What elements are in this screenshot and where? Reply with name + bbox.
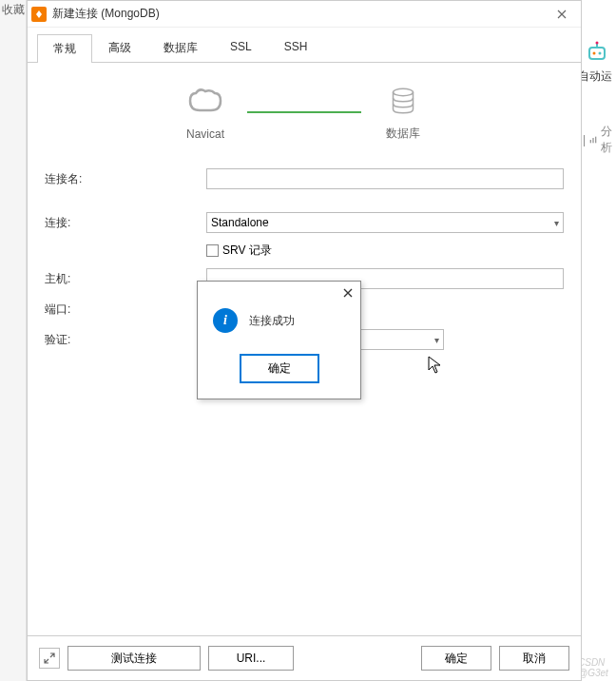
tab-ssh[interactable]: SSH [268, 33, 324, 62]
popup-message: 连接成功 [249, 313, 295, 329]
watermark: CSDN @G3et [578, 657, 612, 678]
popup-close-button[interactable] [343, 285, 353, 301]
expand-button[interactable] [39, 648, 60, 669]
auto-run-label: 自动运 [578, 68, 612, 85]
svg-point-2 [599, 52, 602, 55]
titlebar: 新建连接 (MongoDB) [28, 1, 581, 28]
tab-general[interactable]: 常规 [37, 34, 92, 63]
database-icon [380, 82, 426, 120]
info-icon: i [213, 308, 238, 333]
close-button[interactable] [547, 3, 577, 26]
svg-rect-7 [595, 137, 596, 144]
chevron-down-icon: ▾ [554, 218, 559, 228]
connection-type-value: Standalone [211, 216, 269, 229]
svg-point-1 [593, 52, 596, 55]
ok-button[interactable]: 确定 [421, 646, 491, 671]
close-icon [343, 288, 353, 298]
tabs: 常规 高级 数据库 SSL SSH [28, 28, 581, 63]
divider: | [583, 133, 586, 146]
port-label: 端口: [45, 302, 206, 318]
connection-diagram: Navicat 数据库 [39, 82, 569, 142]
bottom-bar: 测试连接 URI... 确定 取消 [28, 635, 581, 680]
connection-type-select[interactable]: Standalone ▾ [206, 212, 564, 233]
navicat-icon [183, 84, 228, 122]
svg-point-4 [596, 42, 599, 45]
connector-line [247, 111, 361, 113]
svg-point-8 [394, 88, 414, 96]
connection-type-label: 连接: [45, 215, 206, 231]
chart-icon [589, 134, 597, 146]
tab-advanced[interactable]: 高级 [92, 33, 147, 62]
uri-button[interactable]: URI... [208, 646, 294, 671]
connection-name-input[interactable] [206, 168, 564, 189]
connection-name-label: 连接名: [45, 171, 206, 187]
svg-rect-5 [590, 140, 591, 143]
srv-label: SRV 记录 [222, 243, 272, 259]
srv-checkbox[interactable] [206, 244, 219, 257]
database-label: 数据库 [386, 126, 420, 142]
success-popup: i 连接成功 确定 [197, 281, 361, 399]
popup-ok-button[interactable]: 确定 [240, 354, 319, 383]
svg-rect-6 [592, 138, 593, 143]
favorites-label: 收藏 [2, 2, 25, 18]
test-connection-button[interactable]: 测试连接 [67, 646, 201, 671]
cancel-button[interactable]: 取消 [499, 646, 569, 671]
close-icon [557, 10, 567, 19]
auth-label: 验证: [45, 332, 206, 348]
tab-ssl[interactable]: SSL [214, 33, 268, 62]
tab-database[interactable]: 数据库 [147, 33, 214, 62]
robot-icon [586, 40, 608, 63]
navicat-app-icon [31, 7, 47, 22]
expand-icon [44, 652, 55, 664]
navicat-label: Navicat [186, 127, 224, 141]
svg-rect-0 [589, 48, 605, 59]
dialog-title: 新建连接 (MongoDB) [52, 6, 547, 22]
analysis-label: 分析 [601, 124, 616, 156]
host-label: 主机: [45, 271, 206, 287]
chevron-down-icon: ▾ [434, 335, 439, 345]
